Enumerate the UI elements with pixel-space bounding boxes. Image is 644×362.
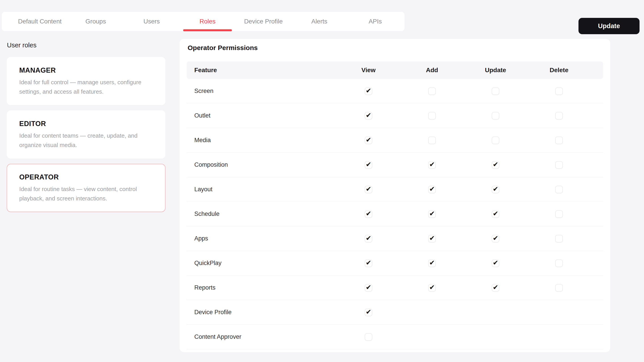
table-row-reports: Reports✔✔✔ [187,276,603,300]
composition-view-checkbox[interactable]: ✔ [365,161,372,169]
outlet-view-checkbox[interactable]: ✔ [365,112,372,120]
reports-add-cell: ✔ [400,284,464,292]
tab-users[interactable]: Users [124,12,180,31]
role-description: Ideal for content teams — create, update… [19,131,148,150]
tab-default-content[interactable]: Default Content [12,12,68,31]
table-row-screen: Screen✔ [187,79,603,103]
schedule-update-checkbox[interactable]: ✔ [492,210,499,218]
reports-view-cell: ✔ [337,284,400,292]
column-header-add: Add [400,67,464,74]
role-card-editor[interactable]: EDITORIdeal for content teams — create, … [7,110,166,159]
permissions-table: FeatureViewAddUpdateDelete Screen✔Outlet… [187,61,603,349]
outlet-view-cell: ✔ [337,112,400,120]
schedule-add-cell: ✔ [400,210,464,218]
schedule-add-checkbox[interactable]: ✔ [428,210,436,218]
apps-delete-checkbox[interactable] [555,235,563,242]
permissions-title: Operator Permissions [188,44,258,52]
apps-view-checkbox[interactable]: ✔ [365,235,372,242]
reports-delete-cell [527,284,591,292]
media-view-checkbox[interactable]: ✔ [365,137,372,144]
outlet-delete-cell [527,112,591,120]
schedule-delete-checkbox[interactable] [555,210,563,218]
composition-delete-checkbox[interactable] [555,161,563,169]
update-button[interactable]: Update [578,18,640,34]
role-card-manager[interactable]: MANAGERIdeal for full control — manage u… [7,57,166,105]
outlet-add-checkbox[interactable] [428,112,436,120]
reports-update-checkbox[interactable]: ✔ [492,284,499,292]
composition-update-checkbox[interactable]: ✔ [492,161,499,169]
quickplay-update-cell: ✔ [464,259,527,267]
check-icon: ✔ [492,186,498,192]
layout-update-cell: ✔ [464,186,527,193]
quickplay-add-cell: ✔ [400,259,464,267]
screen-delete-cell [527,87,591,95]
composition-update-cell: ✔ [464,161,527,169]
apps-delete-cell [527,235,591,242]
tab-groups[interactable]: Groups [68,12,124,31]
check-icon: ✔ [492,161,498,168]
tab-alerts[interactable]: Alerts [291,12,347,31]
content-approver-view-checkbox[interactable] [365,333,372,341]
feature-label: Reports [187,284,337,291]
media-delete-checkbox[interactable] [555,137,563,144]
outlet-add-cell [400,112,464,120]
screen-add-checkbox[interactable] [428,87,436,95]
role-name: MANAGER [19,66,153,74]
quickplay-add-checkbox[interactable]: ✔ [428,259,436,267]
check-icon: ✔ [429,235,435,242]
apps-update-checkbox[interactable]: ✔ [492,235,499,242]
screen-add-cell [400,87,464,95]
table-row-layout: Layout✔✔✔ [187,177,603,202]
check-icon: ✔ [366,186,371,192]
composition-add-checkbox[interactable]: ✔ [428,161,436,169]
table-row-apps: Apps✔✔✔ [187,226,603,251]
apps-view-cell: ✔ [337,235,400,242]
tab-apis[interactable]: APIs [347,12,403,31]
check-icon: ✔ [429,259,435,266]
check-icon: ✔ [366,210,371,217]
feature-label: Apps [187,235,337,242]
permissions-table-body: Screen✔Outlet✔Media✔Composition✔✔✔Layout… [187,79,603,349]
layout-update-checkbox[interactable]: ✔ [492,186,499,193]
role-card-operator[interactable]: OPERATORIdeal for routine tasks — view c… [7,164,166,212]
quickplay-delete-checkbox[interactable] [555,259,563,267]
table-row-schedule: Schedule✔✔✔ [187,202,603,226]
quickplay-update-checkbox[interactable]: ✔ [492,259,499,267]
tab-label: Alerts [311,18,327,25]
screen-update-checkbox[interactable] [492,87,499,95]
media-add-checkbox[interactable] [428,137,436,144]
tab-roles[interactable]: Roles [180,12,236,31]
tab-device-profile[interactable]: Device Profile [236,12,291,31]
layout-view-cell: ✔ [337,186,400,193]
outlet-update-checkbox[interactable] [492,112,499,120]
column-header-delete: Delete [527,67,591,74]
outlet-delete-checkbox[interactable] [555,112,563,120]
layout-delete-checkbox[interactable] [555,186,563,193]
quickplay-view-checkbox[interactable]: ✔ [365,259,372,267]
check-icon: ✔ [429,161,435,168]
table-row-quickplay: QuickPlay✔✔✔ [187,251,603,276]
settings-tab-bar: Default ContentGroupsUsersRolesDevice Pr… [2,12,404,31]
reports-add-checkbox[interactable]: ✔ [428,284,436,292]
device-profile-view-checkbox[interactable]: ✔ [365,309,372,316]
device-profile-view-cell: ✔ [337,309,400,316]
check-icon: ✔ [492,284,498,291]
schedule-delete-cell [527,210,591,218]
screen-delete-checkbox[interactable] [555,87,563,95]
check-icon: ✔ [492,210,498,217]
schedule-view-checkbox[interactable]: ✔ [365,210,372,218]
media-delete-cell [527,137,591,144]
reports-delete-checkbox[interactable] [555,284,563,292]
check-icon: ✔ [366,87,371,94]
feature-label: Device Profile [187,309,337,316]
layout-add-cell: ✔ [400,186,464,193]
layout-add-checkbox[interactable]: ✔ [428,186,436,193]
layout-view-checkbox[interactable]: ✔ [365,186,372,193]
active-tab-underline [183,29,232,31]
media-update-checkbox[interactable] [492,137,499,144]
check-icon: ✔ [366,259,371,266]
apps-add-checkbox[interactable]: ✔ [428,235,436,242]
reports-view-checkbox[interactable]: ✔ [365,284,372,292]
screen-view-checkbox[interactable]: ✔ [365,87,372,95]
composition-view-cell: ✔ [337,161,400,169]
